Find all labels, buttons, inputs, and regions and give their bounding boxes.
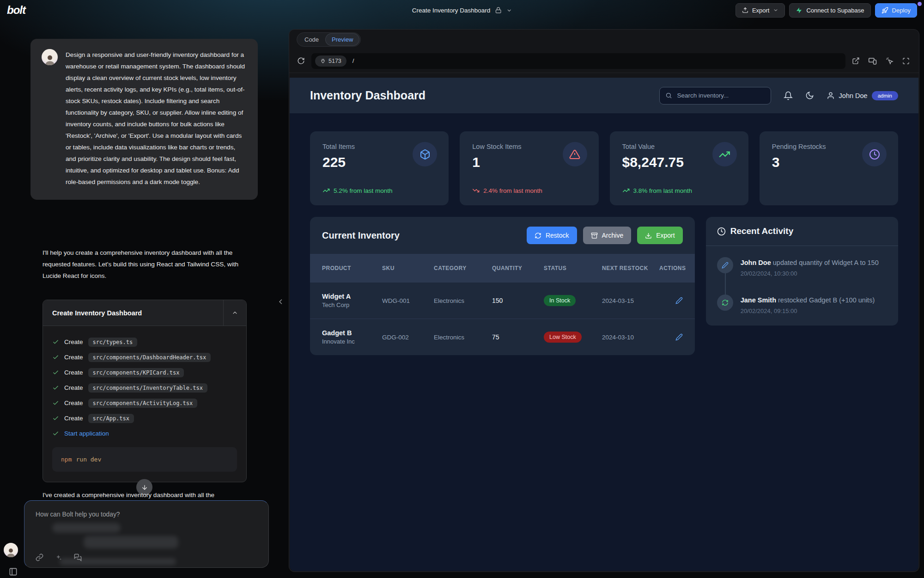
chat-input-toolbar	[36, 553, 82, 561]
search-icon	[665, 92, 672, 99]
deploy-button[interactable]: Deploy	[875, 3, 917, 18]
file-link[interactable]: src/components/DashboardHeader.tsx	[88, 353, 211, 362]
code-preview-toggle: Code Preview	[297, 32, 361, 47]
inventory-title: Current Inventory	[322, 230, 400, 241]
kpi-trend: 5.2% from last month	[322, 187, 393, 194]
edit-row-button[interactable]	[675, 297, 683, 304]
next-restock-cell: 2024-03-15	[602, 297, 659, 304]
terminal-command: npmrun dev	[52, 447, 237, 472]
inventory-panel-header: Current Inventory Restock Archive	[310, 217, 695, 254]
quantity-cell[interactable]: 75	[492, 333, 544, 341]
activity-time: 20/02/2024, 09:15:00	[741, 307, 875, 314]
bell-icon	[784, 91, 793, 100]
dashboard-header: Inventory Dashboard John Doe	[290, 78, 918, 113]
user-message-text: Design a responsive and user-friendly in…	[66, 49, 247, 188]
upload-icon	[742, 7, 748, 13]
url-path: /	[353, 57, 354, 64]
connect-supabase-button[interactable]: Connect to Supabase	[789, 3, 870, 18]
fullscreen-icon	[902, 57, 910, 65]
kpi-card-total-value: Total Value $8,247.75 3.8% from last mon…	[610, 131, 748, 205]
kpi-trend: 3.8% from last month	[622, 187, 693, 194]
file-link[interactable]: src/types.ts	[88, 338, 138, 347]
export-csv-button[interactable]: Export	[637, 227, 682, 244]
export-button[interactable]: Export	[736, 3, 785, 18]
search-input[interactable]	[676, 92, 765, 99]
trending-down-icon	[472, 187, 480, 194]
reload-icon	[297, 57, 305, 65]
check-icon	[52, 415, 59, 422]
plug-icon	[320, 58, 326, 64]
artifact-header[interactable]: Create Inventory Dashboard	[43, 300, 246, 326]
responsive-devices-button[interactable]	[869, 57, 877, 65]
open-in-new-tab-button[interactable]	[852, 57, 860, 65]
trending-up-icon	[622, 187, 630, 194]
refresh-icon	[717, 295, 733, 311]
kpi-card-total-items: Total Items 225 5.2% from last month	[310, 131, 449, 205]
activity-list: John Doe updated quantity of Widget A to…	[706, 246, 898, 326]
activity-panel-header: Recent Activity	[706, 217, 898, 246]
edit-row-button[interactable]	[675, 333, 683, 341]
activity-time: 20/02/2024, 10:30:00	[741, 270, 879, 277]
project-title-menu[interactable]: Create Inventory Dashboard	[412, 0, 512, 20]
lock-icon	[495, 7, 501, 13]
sidebar-toggle-button[interactable]	[6, 567, 20, 577]
tab-preview[interactable]: Preview	[326, 34, 359, 45]
collapse-chat-button[interactable]	[274, 297, 288, 307]
kpi-row: Total Items 225 5.2% from last month Low…	[290, 113, 918, 205]
activity-item: John Doe updated quantity of Widget A to…	[717, 257, 887, 277]
category-cell: Electronics	[434, 334, 492, 341]
reload-button[interactable]	[297, 57, 305, 65]
preview-app: Inventory Dashboard John Doe	[290, 78, 918, 571]
product-name: Gadget B	[322, 329, 382, 337]
inspector-pointer-button[interactable]	[886, 57, 894, 65]
pointer-click-icon	[886, 57, 894, 65]
supabase-bolt-icon	[796, 7, 802, 14]
file-link[interactable]: src/components/KPICard.tsx	[88, 368, 184, 377]
file-link[interactable]: src/components/ActivityLog.tsx	[88, 399, 198, 408]
chat-input[interactable]: How can Bolt help you today?	[24, 500, 269, 568]
pencil-icon	[717, 257, 733, 273]
start-application-link[interactable]: Start application	[64, 430, 109, 437]
check-icon	[52, 338, 59, 345]
fullscreen-button[interactable]	[902, 57, 910, 65]
quantity-cell[interactable]: 150	[492, 297, 544, 304]
sparkles-icon	[55, 554, 62, 561]
activity-text: Jane Smith restocked Gadget B (+100 unit…	[741, 295, 875, 305]
port-badge[interactable]: 5173	[315, 55, 346, 67]
chevron-up-icon	[231, 309, 238, 316]
user-name: John Doe	[839, 92, 868, 99]
artifact-body: Create src/types.ts Create src/component…	[43, 326, 246, 482]
clock-icon	[862, 142, 887, 166]
check-icon	[52, 430, 59, 437]
download-icon	[645, 232, 652, 239]
workbench-panel: Code Preview 5173 /	[289, 29, 919, 572]
dark-mode-toggle[interactable]	[805, 91, 814, 100]
collapse-artifact-button[interactable]	[223, 300, 246, 326]
address-bar[interactable]: 5173 /	[311, 53, 845, 69]
arrow-down-icon	[141, 484, 148, 491]
dashboard-header-actions: John Doe admin	[659, 87, 898, 105]
moon-icon	[805, 91, 814, 100]
redacted-content	[52, 523, 121, 533]
table-header: PRODUCT SKU CATEGORY QUANTITY STATUS NEX…	[310, 254, 695, 283]
kpi-trend: 2.4% from last month	[472, 187, 542, 194]
notifications-button[interactable]	[784, 91, 793, 100]
status-badge: In Stock	[544, 295, 576, 306]
chat-mode-button[interactable]	[74, 553, 82, 561]
attach-link-button[interactable]	[36, 553, 43, 561]
panel-left-icon	[9, 567, 18, 576]
user-icon	[827, 92, 835, 100]
archive-button[interactable]: Archive	[583, 227, 632, 244]
user-menu[interactable]: John Doe admin	[827, 91, 898, 100]
redacted-content	[84, 536, 178, 548]
tab-code[interactable]: Code	[298, 34, 325, 45]
file-link[interactable]: src/components/InventoryTable.tsx	[88, 383, 207, 393]
restock-button[interactable]: Restock	[527, 227, 577, 244]
messages-icon	[74, 553, 82, 561]
artifact-step-start: Start application	[52, 426, 237, 441]
file-link[interactable]: src/App.tsx	[88, 414, 134, 423]
enhance-prompt-button[interactable]	[55, 554, 62, 561]
assistant-message: I'll help you create a comprehensive inv…	[43, 247, 249, 282]
bolt-logo[interactable]: bolt	[7, 4, 25, 17]
account-avatar[interactable]	[4, 543, 18, 557]
